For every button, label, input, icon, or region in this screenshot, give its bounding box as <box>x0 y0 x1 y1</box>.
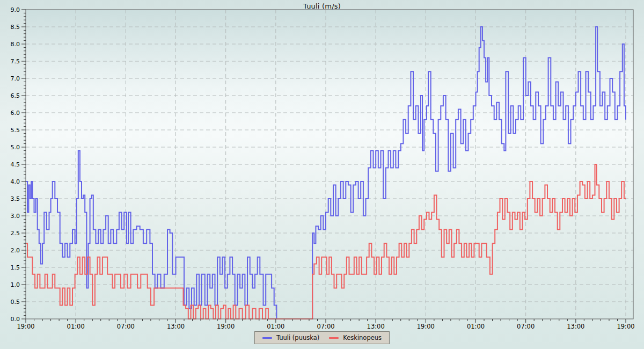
y-tick-label: 0.5 <box>11 299 20 306</box>
y-tick-label: 3.0 <box>11 213 20 220</box>
x-tick-label: 01:00 <box>67 323 85 330</box>
chart-plot-area: 0.00.51.01.52.02.53.03.54.04.55.05.56.06… <box>0 0 644 349</box>
x-tick-label: 13:00 <box>367 323 385 330</box>
legend-item-average: Keskinopeus <box>329 334 382 341</box>
x-tick-label: 19:00 <box>17 323 34 330</box>
x-tick-label: 07:00 <box>517 323 535 330</box>
x-tick-label: 13:00 <box>567 323 584 330</box>
y-tick-label: 3.5 <box>11 195 20 202</box>
y-tick-label: 2.0 <box>11 247 20 254</box>
y-tick-label: 8.0 <box>11 41 20 48</box>
y-tick-label: 8.5 <box>11 24 20 31</box>
x-tick-label: 19:00 <box>617 323 634 330</box>
y-tick-label: 1.5 <box>11 264 20 271</box>
y-tick-label: 4.0 <box>11 178 20 185</box>
legend-line-sample-average <box>329 337 339 339</box>
legend-line-sample-gust <box>262 337 272 339</box>
chart-svg: 0.00.51.01.52.02.53.03.54.04.55.05.56.06… <box>0 0 644 349</box>
y-tick-label: 0.0 <box>11 316 20 323</box>
y-tick-label: 6.0 <box>11 110 20 117</box>
wind-chart: 0.00.51.01.52.02.53.03.54.04.55.05.56.06… <box>0 0 644 349</box>
y-tick-label: 1.0 <box>11 281 20 288</box>
y-tick-label: 7.0 <box>11 75 20 82</box>
x-tick-label: 19:00 <box>417 323 435 330</box>
y-tick-label: 4.5 <box>11 161 20 168</box>
x-tick-label: 07:00 <box>317 323 334 330</box>
y-tick-label: 6.5 <box>11 92 20 99</box>
legend-item-gust: Tuuli (puuska) <box>262 334 319 341</box>
y-tick-label: 7.5 <box>11 58 20 65</box>
x-tick-label: 19:00 <box>217 323 235 330</box>
x-tick-label: 01:00 <box>467 323 485 330</box>
chart-title: Tuuli (m/s) <box>0 2 644 10</box>
x-tick-label: 07:00 <box>117 323 135 330</box>
x-tick-label: 13:00 <box>167 323 185 330</box>
legend-label-average: Keskinopeus <box>343 334 382 341</box>
y-tick-label: 5.0 <box>11 144 20 151</box>
legend-label-gust: Tuuli (puuska) <box>276 334 319 341</box>
x-tick-label: 01:00 <box>267 323 284 330</box>
y-tick-label: 5.5 <box>11 127 20 134</box>
y-tick-label: 2.5 <box>11 230 20 237</box>
chart-legend: Tuuli (puuska) Keskinopeus <box>254 331 390 344</box>
